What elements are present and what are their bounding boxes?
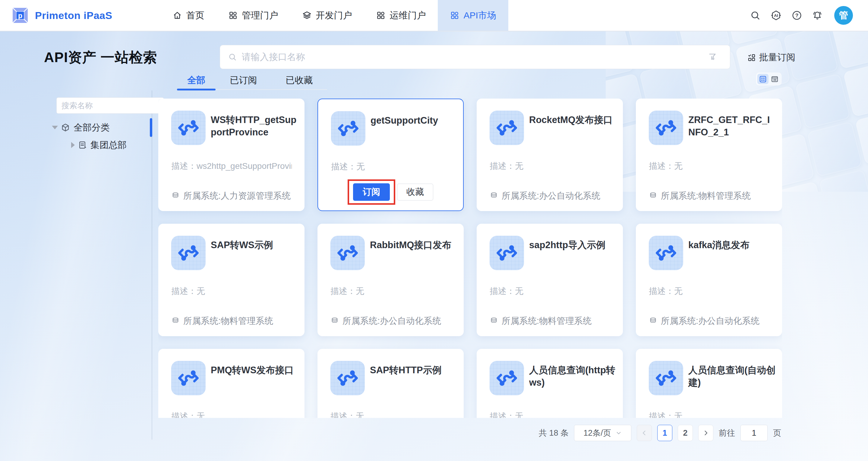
api-card[interactable]: WS转HTTP_getSupportProvince描述：ws2http_get… <box>158 99 305 211</box>
favorite-button[interactable]: 收藏 <box>397 184 433 201</box>
api-icon <box>331 236 365 270</box>
api-card[interactable]: PMQ转WS发布接口描述：无 <box>158 349 305 418</box>
nav-item-label: 开发门户 <box>316 9 352 22</box>
goto-page-input[interactable] <box>741 425 768 441</box>
grid-view-button[interactable] <box>757 74 769 84</box>
api-card[interactable]: RocketMQ发布接口描述：无所属系统:办公自动化系统 <box>477 99 623 211</box>
layers-icon <box>302 10 312 20</box>
search-icon[interactable] <box>750 10 761 21</box>
pagination: 共 18 条 12条/页 1 2 前往 页 <box>539 425 781 441</box>
card-system-label: 所属系统:物料管理系统 <box>502 315 592 327</box>
card-title: PMQ转WS发布接口 <box>211 364 299 376</box>
page-title: API资产 一站检索 <box>44 48 157 67</box>
goto-label: 前往 <box>719 428 735 438</box>
next-page-button[interactable] <box>698 425 713 441</box>
page-size-value: 12条/页 <box>583 428 611 438</box>
nav-item-1[interactable]: 管理门户 <box>216 0 290 31</box>
card-description: 描述：无 <box>649 160 683 172</box>
api-card[interactable]: SAP转HTTP示例描述：无 <box>317 349 464 418</box>
ai-assistant-icon[interactable]: AI <box>770 10 782 21</box>
api-card[interactable]: getSupportCity描述：无订阅收藏 <box>317 99 464 211</box>
page-button-1[interactable]: 1 <box>657 425 672 441</box>
card-system: 所属系统:办公自动化系统 <box>490 190 600 202</box>
nav-item-3[interactable]: 运维门户 <box>364 0 438 31</box>
brand-logo[interactable]: p Primeton iPaaS <box>0 6 112 25</box>
api-card[interactable]: 人员信息查询(自动创建)描述：无 <box>636 349 782 418</box>
help-icon[interactable]: ? <box>792 10 802 21</box>
api-card[interactable]: sap2http导入示例描述：无所属系统:物料管理系统 <box>477 224 623 336</box>
card-description: 描述：无 <box>490 285 523 297</box>
page-button-2[interactable]: 2 <box>678 425 693 441</box>
card-title: getSupportCity <box>371 114 459 127</box>
category-tree: 全部分类 集团总部 <box>48 119 150 154</box>
decorative-cube <box>843 62 868 117</box>
grid-icon <box>228 10 238 20</box>
api-card[interactable]: SAP转WS示例描述：无所属系统:物料管理系统 <box>158 224 305 336</box>
card-description: 描述：无 <box>171 285 205 297</box>
card-title: WS转HTTP_getSupportProvince <box>211 114 299 139</box>
api-icon <box>490 236 524 270</box>
list-view-button[interactable] <box>769 74 780 84</box>
svg-text:?: ? <box>795 12 799 19</box>
subscribe-button[interactable]: 订阅 <box>353 183 390 201</box>
grid-view-icon <box>759 75 767 83</box>
batch-subscribe-label: 批量订阅 <box>759 51 795 64</box>
api-icon <box>490 111 524 145</box>
logo-icon: p <box>11 6 30 25</box>
api-icon <box>490 361 524 395</box>
api-icon <box>649 111 683 145</box>
home-icon <box>173 10 182 20</box>
api-icon <box>171 236 206 270</box>
api-icon <box>171 111 206 145</box>
page-size-select[interactable]: 12条/页 <box>574 425 631 441</box>
tab-subscribed[interactable]: 已订阅 <box>216 73 271 89</box>
filter-funnel-icon[interactable] <box>708 52 717 62</box>
card-description: 描述：无 <box>649 285 683 297</box>
database-icon <box>171 192 180 200</box>
tree-node-all-categories[interactable]: 全部分类 <box>48 119 150 136</box>
api-card[interactable]: RabbitMQ接口发布描述：无所属系统:办公自动化系统 <box>317 224 464 336</box>
nav-item-label: 管理门户 <box>242 9 278 22</box>
brand-name: Primeton iPaaS <box>35 10 112 22</box>
user-avatar[interactable]: 管 <box>834 6 853 25</box>
decorative-cube <box>867 157 868 192</box>
chevron-right-icon <box>702 429 709 437</box>
card-title: 人员信息查询(自动创建) <box>688 364 776 389</box>
page-unit-label: 页 <box>773 428 781 438</box>
nav-item-4[interactable]: API市场 <box>438 0 508 31</box>
tab-all[interactable]: 全部 <box>177 73 216 89</box>
database-icon <box>490 192 498 200</box>
batch-subscribe-button[interactable]: 批量订阅 <box>747 51 795 64</box>
tree-scrollbar-thumb[interactable] <box>150 118 152 137</box>
api-card[interactable]: 人员信息查询(http转ws)描述：无 <box>477 349 623 418</box>
card-system: 所属系统:物料管理系统 <box>649 190 751 202</box>
nav-item-0[interactable]: 首页 <box>160 0 216 31</box>
api-card[interactable]: kafka消息发布描述：无所属系统:办公自动化系统 <box>636 224 782 336</box>
card-system-label: 所属系统:办公自动化系统 <box>342 315 441 327</box>
top-bar: p Primeton iPaaS 首页管理门户开发门户运维门户API市场 AI … <box>0 0 868 31</box>
grid-icon <box>450 10 460 20</box>
chevron-down-icon <box>615 430 622 436</box>
card-description: 描述：无 <box>490 411 523 418</box>
card-system: 所属系统:人力资源管理系统 <box>171 190 291 202</box>
card-system: 所属系统:办公自动化系统 <box>331 315 441 327</box>
category-search-input[interactable] <box>62 101 162 110</box>
card-description: 描述：无 <box>331 285 364 297</box>
card-system-label: 所属系统:人力资源管理系统 <box>183 190 291 202</box>
view-toggle <box>756 73 781 85</box>
notifications-bell-icon[interactable] <box>812 10 823 21</box>
caret-down-icon[interactable] <box>52 126 58 129</box>
list-view-icon <box>771 75 779 83</box>
caret-right-icon[interactable] <box>71 142 75 148</box>
api-icon <box>649 361 683 395</box>
api-card[interactable]: ZRFC_GET_RFC_INFO_2_1描述：无所属系统:物料管理系统 <box>636 99 782 211</box>
api-search-input[interactable] <box>242 52 708 62</box>
tree-node-group-hq[interactable]: 集团总部 <box>48 136 150 154</box>
prev-page-button[interactable] <box>637 425 652 441</box>
card-title: RocketMQ发布接口 <box>529 114 617 126</box>
nav-item-2[interactable]: 开发门户 <box>290 0 364 31</box>
cube-icon <box>61 123 70 132</box>
database-icon <box>171 317 180 325</box>
tab-favorites[interactable]: 已收藏 <box>271 73 327 89</box>
card-title: sap2http导入示例 <box>529 239 617 251</box>
